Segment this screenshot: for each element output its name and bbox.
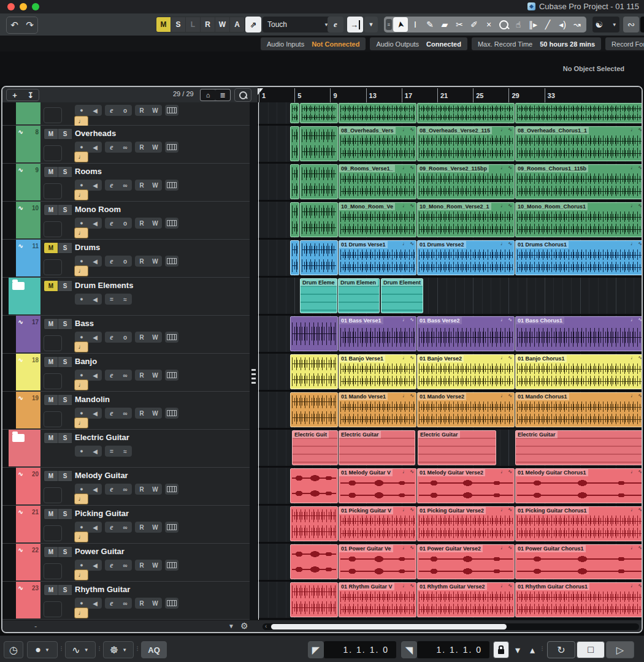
track-lane-picking-guitar[interactable]: 01 Picking Guitar V♩ ∿01 Picking Guitar … (258, 506, 643, 544)
track-name[interactable]: Mandolin (75, 395, 110, 404)
audio-event[interactable] (290, 202, 299, 237)
punch-out-button[interactable]: ▴ (525, 641, 540, 658)
audio-event-08-overheads-chorus1-1[interactable]: 08_Overheads_Chorus1_1♩ ∿ (515, 126, 643, 161)
track-name[interactable]: Picking Guitar (75, 509, 129, 518)
show-lanes-icon[interactable] (165, 142, 178, 153)
solo-button[interactable]: S (58, 509, 72, 519)
audio-event-09-rooms-verse1-[interactable]: 09_Rooms_Verse1_♩ ∿ (339, 164, 416, 199)
monitor-icon[interactable]: ◀ (88, 296, 102, 303)
crossfade-icon[interactable]: ∾ (623, 17, 639, 32)
read-automation-icon[interactable]: R (135, 220, 148, 227)
home-zoom-icon[interactable]: ⌂ (201, 89, 215, 101)
mute-button[interactable]: M (44, 395, 58, 405)
audio-event[interactable] (290, 164, 299, 199)
draw-tool[interactable]: ✎ (423, 17, 437, 32)
audio-event-01-bass-chorus1[interactable]: 01 Bass Chorus1♩ ∿ (515, 316, 643, 351)
zoom-tool[interactable] (496, 17, 511, 32)
horizontal-scrollbar[interactable]: ‹ (263, 623, 639, 630)
track-row-melody-guitar[interactable]: ∿20MSMelody Guitar●◀e∞RW♩ (2, 468, 250, 506)
audio-event-01-mando-verse1[interactable]: 01 Mando Verse1♩ ∿ (339, 392, 416, 427)
edit-channel-icon[interactable]: e (105, 409, 118, 418)
track-preset-icon[interactable]: ↧ (23, 89, 39, 101)
audio-event-01-rhythm-guitar-chorus1[interactable]: 01 Rhythm Guitar Chorus1♩ ∿ (515, 582, 643, 617)
audio-event-electric-guitar[interactable]: Electric Guitar (418, 430, 496, 465)
inserts-state-icon[interactable]: ∞ (118, 562, 132, 569)
audio-event[interactable] (290, 582, 338, 617)
musical-mode-icon[interactable]: ♩ (74, 151, 88, 162)
mute-button[interactable]: M (44, 357, 58, 367)
track-row-mandolin[interactable]: ∿19MSMandolin●◀e∞RW♩ (2, 392, 250, 430)
track-name[interactable]: Bass (75, 319, 94, 328)
solo-button[interactable]: S (58, 585, 72, 595)
divider-drag-handle[interactable] (251, 369, 256, 385)
audio-event[interactable] (417, 103, 515, 123)
phase-coherent-icon[interactable]: ≈ (118, 296, 132, 303)
undo-button[interactable]: ↶ (7, 17, 22, 33)
audio-event-01-drums-verse2[interactable]: 01 Drums Verse2♩ ∿ (417, 240, 515, 275)
left-locator-icon[interactable]: ◤ (308, 641, 324, 658)
solo-button[interactable]: S (58, 319, 72, 329)
timeline-ruler[interactable]: 159131721252933 (258, 87, 643, 102)
track-list-divider[interactable] (250, 102, 258, 633)
mute-button[interactable]: M (44, 471, 58, 481)
musical-mode-icon[interactable]: ♩ (74, 569, 88, 580)
line-tool[interactable]: ╱ (540, 17, 555, 32)
stop-button[interactable]: □ (577, 641, 605, 658)
audio-quantize-button[interactable]: AQ (141, 641, 167, 658)
track-lane-bass[interactable]: 01 Bass Verse1♩ ∿01 Bass Verse2♩ ∿01 Bas… (258, 316, 643, 354)
inserts-state-icon[interactable]: ∞ (118, 410, 132, 417)
monitor-icon[interactable]: ◀ (88, 486, 102, 493)
audio-event-01-picking-guitar-v[interactable]: 01 Picking Guitar V♩ ∿ (339, 506, 416, 541)
inserts-state-icon[interactable]: ∞ (118, 600, 132, 607)
show-lanes-icon[interactable] (165, 180, 178, 191)
track-row-drums[interactable]: ∿11MSDrums●◀eoRW♩ (2, 240, 250, 278)
audio-event[interactable] (300, 126, 338, 161)
record-enable-icon[interactable]: ● (75, 220, 88, 226)
mute-button[interactable]: M (44, 509, 58, 519)
audio-event-electric-guitar[interactable]: Electric Guitar (339, 430, 415, 465)
show-lanes-icon[interactable] (165, 105, 178, 116)
write-automation-icon[interactable]: W (148, 334, 162, 341)
audio-event-08-overheads-vers[interactable]: 08_Overheads_Vers♩ ∿ (339, 126, 416, 161)
audio-event-drum-elemen[interactable]: Drum Elemen (338, 278, 380, 313)
read-automation-icon[interactable]: R (135, 144, 148, 151)
audio-event-01-drums-chorus1[interactable]: 01 Drums Chorus1♩ ∿ (515, 240, 643, 275)
musical-mode-icon[interactable]: ♩ (74, 607, 88, 618)
show-lanes-icon[interactable] (165, 218, 178, 229)
solo-button[interactable]: S (58, 395, 72, 405)
solo-button[interactable]: S (58, 129, 72, 139)
audio-event[interactable] (290, 392, 338, 427)
audio-event[interactable] (290, 316, 338, 351)
audio-event-10-mono-room-verse2-1[interactable]: 10_Mono_Room_Verse2_1♩ ∿ (417, 202, 515, 237)
read-automation-icon[interactable]: R (135, 107, 148, 114)
write-automation-icon[interactable]: W (148, 258, 162, 265)
monitor-icon[interactable]: ◀ (88, 107, 102, 114)
edit-channel-icon[interactable]: e (105, 599, 118, 608)
automation-letter-a[interactable]: A (230, 17, 245, 32)
mute-tool[interactable]: × (481, 17, 496, 32)
inserts-state-icon[interactable]: o (118, 220, 132, 227)
event-display[interactable]: 08_Overheads_Vers♩ ∿08_Overheads_Verse2_… (258, 102, 643, 620)
edit-channel-icon[interactable]: e (105, 561, 118, 570)
range-selection-tool[interactable]: I (408, 17, 423, 32)
track-name[interactable]: Drum Elements (75, 281, 133, 290)
automation-settings-button[interactable]: e (328, 17, 343, 32)
status-chip-audio-outputs[interactable]: Audio OutputsConnected (370, 37, 467, 50)
solo-button[interactable]: S (58, 281, 72, 291)
audio-event-01-banjo-verse1[interactable]: 01 Banjo Verse1♩ ∿ (339, 354, 416, 389)
audio-event-09-rooms-chorus1-115b[interactable]: 09_Rooms_Chorus1_115b♩ ∿ (515, 164, 643, 199)
midi-record-mode-dropdown[interactable]: ☸▼ (103, 641, 134, 658)
status-chip-audio-inputs[interactable]: Audio InputsNot Connected (261, 37, 366, 50)
audio-event[interactable] (515, 103, 643, 123)
track-row-banjo[interactable]: ∿18MSBanjo●◀e∞RW♩ (2, 354, 250, 392)
read-automation-icon[interactable]: R (135, 258, 148, 265)
monitor-icon[interactable]: ◀ (88, 144, 102, 151)
track-name[interactable]: Mono Room (75, 205, 121, 214)
monitor-icon[interactable]: ◀ (88, 372, 102, 379)
track-row-mono-room[interactable]: ∿10MSMono Room●◀eoRW♩ (2, 202, 250, 240)
show-lanes-icon[interactable] (165, 560, 178, 571)
split-tool[interactable]: ✂ (452, 17, 467, 32)
track-row-overheads[interactable]: ∿8MSOverheads●◀e∞RW♩ (2, 126, 250, 164)
record-enable-icon[interactable]: ● (75, 107, 88, 113)
solo-button[interactable]: S (58, 167, 72, 177)
